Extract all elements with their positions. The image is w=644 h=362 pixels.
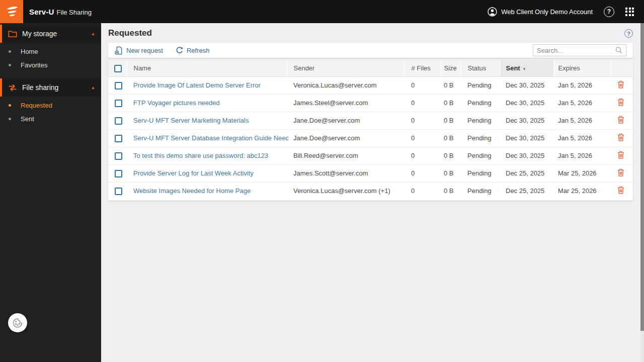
file-sharing-items: Requested Sent xyxy=(0,97,101,131)
column-header-expires[interactable]: Expires xyxy=(553,60,608,76)
sidebar-group-my-storage[interactable]: My storage ▲ xyxy=(0,25,101,43)
files-cell: 0 xyxy=(406,112,439,129)
request-name-link[interactable]: Provide Server Log for Last Week Activit… xyxy=(133,169,254,177)
trash-icon xyxy=(617,151,624,159)
brand-name: Serv-U xyxy=(29,8,54,16)
sender-cell: Jane.Doe@server.com xyxy=(288,112,406,129)
column-header-status[interactable]: Status xyxy=(462,60,501,76)
request-name-link[interactable]: FTP Voyager pictures needed xyxy=(133,99,220,107)
account-menu[interactable]: Web Client Only Demo Account xyxy=(488,7,593,17)
column-header-sent[interactable]: Sent▾ xyxy=(501,60,553,76)
collapse-caret-icon: ▲ xyxy=(91,32,95,36)
delete-request-button[interactable] xyxy=(617,186,624,194)
row-checkbox[interactable] xyxy=(115,152,122,160)
request-name-link[interactable]: Serv-U MFT Server Marketing Materials xyxy=(133,117,249,124)
solarwinds-logo xyxy=(0,0,23,23)
sent-cell: Dec 25, 2025 xyxy=(501,164,553,182)
table-header-row: Name Sender # Files Size Status Sent▾ Ex… xyxy=(108,60,633,76)
sent-cell: Dec 30, 2025 xyxy=(501,76,553,94)
sidebar-item-requested[interactable]: Requested xyxy=(0,99,101,112)
page-help-icon[interactable]: ? xyxy=(624,29,633,38)
bullet-icon xyxy=(9,64,11,66)
sender-cell: Bill.Reed@server.com xyxy=(288,147,406,164)
bullet-icon xyxy=(9,104,11,107)
expires-cell: Jan 5, 2026 xyxy=(553,129,608,147)
request-name-link[interactable]: Website Images Needed for Home Page xyxy=(133,187,251,195)
sent-cell: Dec 25, 2025 xyxy=(501,182,553,200)
size-cell: 0 B xyxy=(439,112,462,129)
files-cell: 0 xyxy=(406,129,439,147)
sent-header-label: Sent xyxy=(506,64,520,72)
row-checkbox[interactable] xyxy=(115,188,122,195)
new-request-button[interactable]: New request xyxy=(115,46,163,55)
scrollbar-thumb[interactable] xyxy=(640,23,644,331)
sender-cell: Veronica.Lucas@server.com xyxy=(288,76,406,94)
app-grid-icon[interactable] xyxy=(625,8,634,16)
main-content: Requested ? New request Refresh xyxy=(101,23,644,362)
column-header-sender[interactable]: Sender xyxy=(288,60,406,76)
solarwinds-swoosh-icon xyxy=(4,4,19,19)
refresh-label: Refresh xyxy=(187,47,210,54)
column-header-name[interactable]: Name xyxy=(128,60,288,76)
expires-cell: Mar 25, 2026 xyxy=(553,164,608,182)
request-name-link[interactable]: Serv-U MFT Server Database Integration G… xyxy=(133,134,288,142)
status-cell: Pending xyxy=(462,164,501,182)
size-cell: 0 B xyxy=(439,94,462,112)
request-name-link[interactable]: Provide Image Of Latest Demo Server Erro… xyxy=(133,81,261,89)
sender-cell: Veronica.Lucas@server.com (+1) xyxy=(288,182,406,200)
delete-request-button[interactable] xyxy=(617,133,624,141)
sidebar-group-file-sharing[interactable]: File sharing ▲ xyxy=(0,78,101,97)
select-all-header[interactable] xyxy=(108,60,128,76)
row-checkbox[interactable] xyxy=(115,100,122,107)
new-request-label: New request xyxy=(126,47,163,54)
sidebar-item-home[interactable]: Home xyxy=(0,45,101,58)
status-cell: Pending xyxy=(462,112,501,129)
files-cell: 0 xyxy=(406,76,439,94)
row-checkbox[interactable] xyxy=(115,170,122,177)
delete-request-button[interactable] xyxy=(617,80,624,88)
search-box xyxy=(533,44,626,56)
request-row: Serv-U MFT Server Database Integration G… xyxy=(108,129,633,147)
delete-request-button[interactable] xyxy=(617,168,624,176)
sender-cell: Jane.Doe@server.com xyxy=(288,129,406,147)
requests-table: Name Sender # Files Size Status Sent▾ Ex… xyxy=(108,60,633,200)
files-cell: 0 xyxy=(406,94,439,112)
column-header-size[interactable]: Size xyxy=(439,60,462,76)
delete-request-button[interactable] xyxy=(617,98,624,106)
search-input[interactable] xyxy=(537,47,615,54)
row-checkbox[interactable] xyxy=(115,82,122,89)
folder-icon xyxy=(8,30,17,38)
bullet-icon xyxy=(9,50,11,53)
sidebar-item-label: Favorites xyxy=(21,61,47,69)
row-checkbox[interactable] xyxy=(115,117,122,125)
sidebar-item-sent[interactable]: Sent xyxy=(0,112,101,126)
trash-icon xyxy=(617,116,624,124)
sidebar-item-label: Sent xyxy=(21,115,34,123)
request-table-body: Provide Image Of Latest Demo Server Erro… xyxy=(108,76,633,200)
request-name-link[interactable]: To test this demo share use password: ab… xyxy=(133,152,268,159)
select-all-checkbox[interactable] xyxy=(114,65,122,72)
toolbar: New request Refresh xyxy=(108,43,633,58)
bullet-icon xyxy=(9,118,11,120)
page-title: Requested xyxy=(108,28,644,38)
delete-request-button[interactable] xyxy=(617,151,624,159)
status-cell: Pending xyxy=(462,94,501,112)
my-storage-items: Home Favorites xyxy=(0,43,101,77)
row-checkbox[interactable] xyxy=(115,135,122,142)
column-header-files[interactable]: # Files xyxy=(406,60,439,76)
share-arrows-icon xyxy=(8,84,17,92)
trash-icon xyxy=(617,133,624,141)
sidebar-item-favorites[interactable]: Favorites xyxy=(0,58,101,72)
new-request-icon xyxy=(115,46,123,55)
sidebar: My storage ▲ Home Favorites File sharing… xyxy=(0,23,101,362)
help-icon[interactable]: ? xyxy=(604,7,614,17)
delete-request-button[interactable] xyxy=(617,116,624,124)
cookie-consent-button[interactable] xyxy=(8,313,27,332)
request-row: Provide Image Of Latest Demo Server Erro… xyxy=(108,76,633,94)
sender-cell: James.Steel@server.com xyxy=(288,94,406,112)
size-cell: 0 B xyxy=(439,164,462,182)
user-icon xyxy=(488,7,497,17)
refresh-button[interactable]: Refresh xyxy=(176,46,210,54)
collapse-caret-icon: ▲ xyxy=(91,85,95,90)
trash-icon xyxy=(617,98,624,106)
